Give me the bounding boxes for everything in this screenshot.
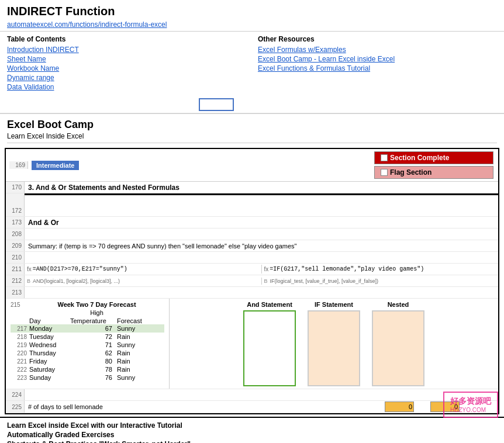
resources-section: Other Resources Excel Formulas w/Example… [246,35,497,92]
page-title: INDIRECT Function [7,5,497,18]
page-url: automateexcel.com/functions/indirect-for… [7,20,497,29]
row-208-num: 208 [6,229,25,240]
buttons-area: Section Complete Flag Section [370,149,498,181]
bootcamp-subtitle: Learn Excel Inside Excel [7,132,497,143]
table-row: 221 Friday 80 Rain [11,357,164,365]
forecast-section: 215 Week Two 7 Day Forecast High Day Tem… [6,299,170,389]
days-label: # of days to sell lemonade [28,403,103,410]
col-day: Day [29,317,70,324]
col-forecast: Forecast [117,317,152,324]
section-complete-button[interactable]: Section Complete [374,151,493,164]
row-211: 211 fx =AND(D217>=70,E217="sunny") fx =I… [6,264,498,275]
col-temp: Temperature [70,317,117,324]
row-172: 172 [6,205,498,217]
table-row: 220 Thursday 62 Rain [11,349,164,357]
page-url-link[interactable]: automateexcel.com/functions/indirect-for… [7,20,167,29]
flag-section-button[interactable]: Flag Section [374,166,493,179]
watermark-text: 好多资源吧 [450,396,491,407]
nested-label: Nested [388,301,409,308]
resources-title: Other Resources [258,35,497,43]
row-215: 215 Week Two 7 Day Forecast [11,301,164,308]
nested-chart-box [372,310,424,386]
blue-cell[interactable] [199,98,234,111]
row-213-num: 213 [6,287,25,298]
row-173: 173 And & Or [6,217,498,229]
row-171-num [6,193,25,205]
charts-section: And Statement IF Statement Nested [170,299,498,389]
toc-title: Table of Contents [7,35,246,43]
table-row: 219 Wednesd 71 Sunny [11,341,164,349]
row-209: 209 Summary: if (temp is => 70 degrees A… [6,240,498,252]
summary-text: Summary: if (temp is => 70 degrees AND s… [25,240,498,251]
and-or-label: And & Or [28,219,59,227]
toc-link-validation[interactable]: Data Validation [7,83,246,91]
table-header: Day Temperature Forecast [11,317,164,324]
flag-section-checkbox[interactable] [381,169,388,176]
row-173-num: 173 [6,217,25,228]
row-211-num: 211 [6,264,25,275]
spreadsheet-header-row: 169 Intermediate Section Complete Flag S… [6,149,498,182]
watermark: 好多资源吧 HDZYO.COM [443,392,498,418]
row-172-num: 172 [6,205,25,216]
row-212: 212 B AND(logical1, [logical2], [logical… [6,275,498,287]
footer-line-1: Learn Excel inside Excel with our Intera… [7,421,497,430]
and-chart-box [243,310,296,386]
footer-line-3: Shortcuts & Best Practices "Work Smarter… [7,440,497,443]
level-area: 169 Intermediate [6,149,370,181]
row-208: 208 [6,229,498,240]
forecast-rows: 217 Monday 67 Sunny 218 Tuesday 72 Rain [11,324,164,382]
row-225-num: 225 [6,401,25,413]
row-215-num: 215 [11,302,29,308]
and-statement-label: And Statement [247,301,292,308]
row-169-num: 169 [9,161,28,169]
row-224-num: 224 [6,389,25,400]
bootcamp-title: Excel Boot Camp [7,119,497,131]
toc-link-sheet[interactable]: Sheet Name [7,55,246,63]
lesson-title-row: 170 3. And & Or Statements and Nested Fo… [6,182,498,193]
table-row: 222 Saturday 78 Rain [11,365,164,373]
bootcamp-section: Excel Boot Camp Learn Excel Inside Excel [0,113,504,146]
resource-link-formulas[interactable]: Excel Formulas w/Examples [258,46,497,54]
data-area: 215 Week Two 7 Day Forecast High Day Tem… [6,299,498,389]
spreadsheet-embed: 169 Intermediate Section Complete Flag S… [5,148,499,414]
formula-2: =IF(G217,"sell lemonade","play video gam… [270,266,424,272]
resource-link-functions[interactable]: Excel Functions & Formulas Tutorial [258,64,497,72]
footer-line-2: Automatically Graded Exercises [7,431,497,439]
empty-row [0,96,504,113]
section-complete-checkbox[interactable] [381,154,388,161]
row-210-num: 210 [6,252,25,263]
days-input-1[interactable] [385,402,414,412]
footer-section: Learn Excel inside Excel with our Intera… [0,417,504,443]
toc-link-dynamic[interactable]: Dynamic range [7,74,246,82]
toc-link-workbook[interactable]: Workbook Name [7,64,246,72]
table-row: 223 Sunday 76 Sunny [11,373,164,382]
if-statement-label: IF Statement [315,301,353,308]
forecast-title: Week Two 7 Day Forecast [29,301,164,308]
row-213: 213 [6,287,498,299]
chart-columns: And Statement IF Statement Nested [177,301,491,386]
table-row: 217 Monday 67 Sunny [11,324,164,333]
level-badge: Intermediate [32,161,79,170]
row-225: 225 # of days to sell lemonade [6,401,498,413]
resource-link-bootcamp[interactable]: Excel Boot Camp - Learn Excel inside Exc… [258,55,497,63]
fx-icon-1: fx [27,266,32,272]
lesson-title: 3. And & Or Statements and Nested Formul… [25,182,498,193]
table-row: 218 Tuesday 72 Rain [11,333,164,341]
and-statement-col: And Statement [243,301,296,386]
if-chart-box [308,310,360,386]
toc-link-introduction[interactable]: Introduction INDIRECT [7,46,246,54]
fx-icon-2: fx [264,266,269,272]
row-209-num: 209 [6,240,25,251]
divider-row-171 [6,193,498,205]
formula-hint-1: AND(logical1, [logical2], [logical3], ..… [33,278,120,284]
formula-1: =AND(D217>=70,E217="sunny") [33,266,127,272]
row-170-num: 170 [6,182,25,193]
formula-hint-2: IF(logical_test, [value_if_true], [value… [270,278,379,284]
row-210: 210 [6,252,498,264]
forecast-subtitle: High [11,309,164,316]
toc-section: Table of Contents Introduction INDIRECT … [7,35,246,92]
nested-col: Nested [372,301,424,386]
if-statement-col: IF Statement [308,301,360,386]
row-212-num: 212 [6,275,25,286]
row-224: 224 [6,389,498,401]
